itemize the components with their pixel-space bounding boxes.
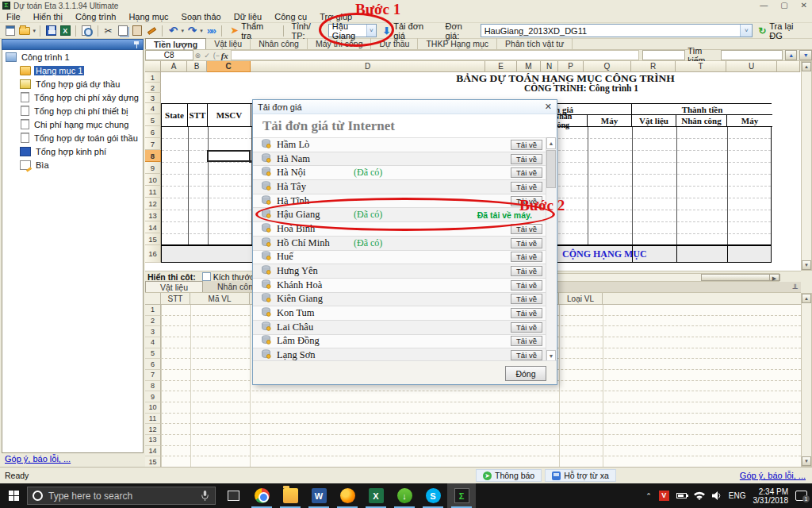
tab-thkp-hạng-mục[interactable]: THKP Hạng mục <box>418 38 497 49</box>
sidebar-item-4[interactable]: Tổng hợp chi phí thiết bị <box>2 104 143 117</box>
tab-phân-tích-vật-tư[interactable]: Phân tích vật tư <box>497 38 573 49</box>
bottom-row-header-10[interactable]: 10 <box>145 402 161 414</box>
reload-price-button[interactable]: ↻ Tra lại ĐG <box>753 24 812 38</box>
tab-máy-thi-công[interactable]: Máy thi công <box>308 38 372 49</box>
save-button[interactable] <box>44 25 57 37</box>
sidebar-header[interactable] <box>2 39 144 50</box>
paste-button[interactable] <box>131 25 144 37</box>
tai-ve-button[interactable]: Tải về <box>511 280 542 291</box>
search-next-button[interactable]: ▼ <box>799 50 812 60</box>
minimize-button[interactable]: — <box>760 1 768 10</box>
price-combobox[interactable]: HauGiang_2013XD_DG11 ˅ <box>481 24 753 37</box>
action-center-icon[interactable]: 1 <box>795 491 807 501</box>
taskbar-app-chrome[interactable] <box>247 483 276 508</box>
tab-vật-liệu[interactable]: Vật liệu <box>206 38 251 49</box>
close-button[interactable]: ✕ <box>801 1 807 10</box>
run-button[interactable]: »» <box>205 25 217 37</box>
bottom-table-row[interactable] <box>161 391 801 402</box>
row-header-7[interactable]: 7 <box>145 138 161 150</box>
scroll-down-button[interactable]: ▼ <box>802 456 811 466</box>
tree-root-cong-trinh-1[interactable]: Công trình 1 <box>2 50 143 64</box>
download-price-button[interactable]: ⬇ Tải đơn giá <box>377 24 440 38</box>
bottom-table-row[interactable] <box>161 424 801 435</box>
tab-nhân-công[interactable]: Nhân công <box>251 38 308 49</box>
bottom-row-header-3[interactable]: 3 <box>145 326 161 337</box>
taskbar-search[interactable]: Type here to search <box>27 487 216 505</box>
row-header-9[interactable]: 9 <box>145 162 161 174</box>
bottom-row-header-15[interactable]: 15 <box>145 456 161 467</box>
bottom-row-header-13[interactable]: 13 <box>145 435 161 446</box>
dialog-title-bar[interactable]: Tải đơn giá ✕ <box>253 100 557 114</box>
notification-status[interactable]: ➤ Thông báo <box>476 469 542 482</box>
undo-button[interactable]: ↶ <box>167 25 179 37</box>
verify-button[interactable]: ➤ Thẩm tra <box>225 24 280 38</box>
tai-ve-button[interactable]: Tải về <box>511 252 542 262</box>
taskbar-app-eta[interactable]: Σ <box>447 483 476 508</box>
search-input[interactable] <box>721 50 783 60</box>
menu-item-5[interactable]: Soạn thảo <box>175 11 228 22</box>
pin-icon[interactable]: ╨ <box>793 284 798 292</box>
province-row-lâm-đồng[interactable]: Lâm ĐồngTải về <box>253 335 546 349</box>
row-header-13[interactable]: 13 <box>145 210 161 221</box>
row-header-5[interactable]: 5 <box>145 114 161 126</box>
start-button[interactable] <box>0 483 27 508</box>
province-row-kon-tum[interactable]: Kon TumTải về <box>253 306 546 321</box>
scrollbar-thumb[interactable] <box>701 274 780 281</box>
filter-input[interactable] <box>642 50 685 60</box>
scroll-up-button[interactable]: ▲ <box>802 62 811 71</box>
column-header-A[interactable]: A <box>161 61 187 72</box>
province-row-hồ-chí-minh[interactable]: Hồ Chí Minh(Đã có)Tải về <box>253 237 546 251</box>
scroll-right-button[interactable]: ▶ <box>769 274 779 281</box>
tai-ve-button[interactable]: Tải về <box>511 182 542 192</box>
province-row-hà-nam[interactable]: Hà NamTải về <box>253 152 546 167</box>
feedback-link[interactable]: Góp ý, báo lỗi, ... <box>5 454 71 464</box>
battery-icon[interactable] <box>676 493 687 498</box>
sidebar-item-3[interactable]: Tổng hợp chi phí xây dựng <box>2 90 143 104</box>
open-dropdown[interactable]: ▾ <box>33 28 36 34</box>
bottom-row-header-1[interactable]: 1 <box>145 305 161 316</box>
checkbox-kich-thuoc[interactable] <box>202 272 211 281</box>
tai-ve-button[interactable]: Tải về <box>511 322 542 333</box>
feedback-link[interactable]: Góp ý, báo lỗi, ... <box>740 471 806 480</box>
tai-ve-button[interactable]: Tải về <box>511 140 542 150</box>
dialog-scrollbar[interactable]: ▲ ▼ <box>546 137 556 362</box>
bottom-row-header-2[interactable]: 2 <box>145 316 161 327</box>
sidebar-item-7[interactable]: Tổng hợp kinh phí <box>2 144 143 158</box>
menu-item-4[interactable]: Hạng mục <box>122 11 174 22</box>
redo-button[interactable]: ↷ <box>186 25 198 37</box>
sidebar-item-2[interactable]: Tổng hợp giá dự thầu <box>2 77 143 90</box>
language-indicator[interactable]: ENG <box>729 491 746 500</box>
collapse-icon[interactable]: (− <box>212 52 221 60</box>
tray-expand-icon[interactable]: ⌃ <box>645 492 652 500</box>
tai-ve-button[interactable]: Tải về <box>511 154 542 164</box>
column-header-B[interactable]: B <box>187 61 207 72</box>
dialog-close-icon[interactable]: ✕ <box>545 102 552 112</box>
taskbar-app-excel[interactable]: X <box>362 483 390 508</box>
bottom-row-header-5[interactable]: 5 <box>145 348 161 360</box>
wifi-icon[interactable] <box>694 491 705 500</box>
bottom-row-header-11[interactable]: 11 <box>145 414 161 425</box>
row-header-16[interactable]: 16 <box>145 245 161 263</box>
column-header-R[interactable]: R <box>631 61 676 72</box>
volume-icon[interactable] <box>712 491 722 500</box>
tai-ve-button[interactable]: Tải về <box>511 167 542 178</box>
province-row-hoà-bình[interactable]: Hoà BìnhTải về <box>253 222 546 237</box>
cut-button[interactable]: ✂ <box>102 25 114 37</box>
search-prev-button[interactable]: ▲ <box>785 50 798 60</box>
menu-item-2[interactable]: Hiển thị <box>27 11 69 22</box>
confirm-icon[interactable]: ✓ <box>202 52 212 60</box>
format-brush-button[interactable] <box>145 25 158 37</box>
bottom-table-row[interactable] <box>161 446 801 457</box>
row-header-15[interactable]: 15 <box>145 233 161 245</box>
row-header-8[interactable]: 8 <box>145 150 161 162</box>
province-row-kiên-giang[interactable]: Kiên GiangTải về <box>253 293 546 307</box>
scrollbar-thumb[interactable] <box>546 150 556 188</box>
tai-ve-button[interactable]: Tải về <box>511 224 542 234</box>
scroll-down-button[interactable]: ▼ <box>802 260 811 270</box>
row-header-4[interactable]: 4 <box>145 103 161 114</box>
vertical-scrollbar-bottom[interactable]: ▲ ▼ <box>801 293 812 467</box>
copy-button[interactable] <box>117 25 129 37</box>
bottom-tab-vật-liệu[interactable]: Vật liệu <box>145 281 203 292</box>
row-header-11[interactable]: 11 <box>145 186 161 198</box>
taskbar-app-file-explorer[interactable] <box>276 483 304 508</box>
